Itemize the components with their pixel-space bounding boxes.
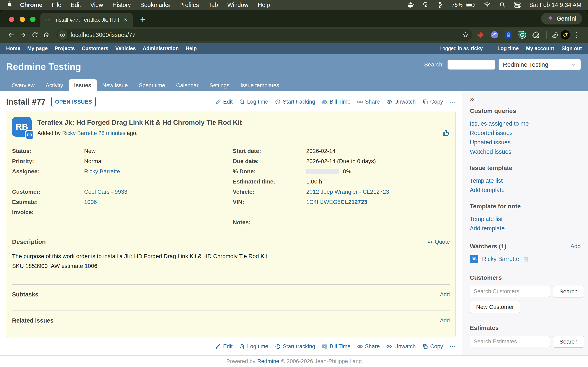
tab-issue-templates[interactable]: Issue templates xyxy=(235,79,285,91)
badge-status-icon[interactable] xyxy=(423,2,429,8)
menubar-item-chrome[interactable]: Chrome xyxy=(20,2,43,8)
more-actions-link[interactable]: ⋯ xyxy=(450,98,456,105)
tab-overview[interactable]: Overview xyxy=(6,79,40,91)
sidebar-link-reported-issues[interactable]: Reported issues xyxy=(470,128,581,138)
log-time-link[interactable]: Log time xyxy=(239,99,268,105)
sidebar-link-template-list[interactable]: Template list xyxy=(470,176,581,185)
browser-menu-kebab-icon[interactable]: ⋮ xyxy=(570,31,583,39)
docker-whale-icon[interactable] xyxy=(407,2,414,8)
project-jump-select[interactable]: Redmine Testing xyxy=(499,59,581,70)
added-time-link[interactable]: 28 minutes xyxy=(98,130,125,136)
attr-customer-link[interactable]: Cool Cars - 9933 xyxy=(84,189,127,195)
topmenu-home[interactable]: Home xyxy=(6,45,20,51)
attr-vin-link[interactable]: 1C4HJWEG8CL212723 xyxy=(306,199,367,205)
edit-link[interactable]: Edit xyxy=(215,99,233,105)
control-center-icon[interactable] xyxy=(514,2,521,8)
address-bar[interactable]: localhost:3000/issues/77 xyxy=(56,29,472,41)
sidebar-link-issues-assigned[interactable]: Issues assigned to me xyxy=(470,119,581,128)
battery-icon[interactable] xyxy=(466,2,475,7)
topmenu-administration[interactable]: Administration xyxy=(143,45,179,51)
sidebar-link-watched-issues[interactable]: Watched issues xyxy=(470,147,581,156)
tab-issues[interactable]: Issues xyxy=(69,79,97,91)
reload-icon[interactable] xyxy=(29,29,41,41)
search-estimates-button[interactable]: Search xyxy=(553,336,584,348)
tab-calendar[interactable]: Calendar xyxy=(171,79,204,91)
menubar-item-history[interactable]: History xyxy=(112,2,131,8)
add-subtask-link[interactable]: Add xyxy=(440,291,450,298)
author-link[interactable]: Ricky Barrette xyxy=(62,130,97,136)
topmenu-log-time[interactable]: Log time xyxy=(497,45,519,51)
extensions-puzzle-icon[interactable] xyxy=(532,30,541,39)
profile-avatar[interactable] xyxy=(561,30,570,40)
bill-time-link[interactable]: Bill Time xyxy=(322,99,351,105)
logged-in-user[interactable]: ricky xyxy=(471,45,483,51)
tab-close-icon[interactable]: × xyxy=(123,16,128,23)
bill-time-link[interactable]: Bill Time xyxy=(322,343,351,350)
sidebar-link-add-template[interactable]: Add template xyxy=(470,185,581,195)
search-customers-button[interactable]: Search xyxy=(553,286,584,298)
extension-purple-circle-icon[interactable] xyxy=(490,30,499,39)
new-tab-button[interactable]: + xyxy=(137,14,148,25)
topmenu-projects[interactable]: Projects xyxy=(55,45,75,51)
menubar-item-window[interactable]: Window xyxy=(227,2,248,8)
log-time-link[interactable]: Log time xyxy=(239,343,268,350)
maximize-window-button[interactable] xyxy=(30,17,35,22)
delete-watcher-icon[interactable] xyxy=(523,256,529,262)
add-related-issue-link[interactable]: Add xyxy=(440,317,450,324)
share-link[interactable]: Share xyxy=(357,99,380,105)
new-customer-button[interactable]: New Customer xyxy=(470,301,520,313)
bookmark-star-icon[interactable] xyxy=(462,32,469,38)
attr-vehicle-link[interactable]: 2012 Jeep Wrangler - CL212723 xyxy=(306,189,389,195)
site-info-icon[interactable] xyxy=(58,30,67,40)
share-link[interactable]: Share xyxy=(357,343,380,350)
start-tracking-link[interactable]: Start tracking xyxy=(275,343,315,350)
edit-link[interactable]: Edit xyxy=(215,343,233,350)
grammarly-icon[interactable] xyxy=(518,30,527,39)
browser-tab[interactable]: Install #77: Teraflex Jk: Hd Fo × xyxy=(40,13,133,27)
topmenu-vehicles[interactable]: Vehicles xyxy=(115,45,136,51)
home-icon[interactable] xyxy=(41,29,53,41)
topmenu-sign-out[interactable]: Sign out xyxy=(562,45,582,51)
copy-link[interactable]: Copy xyxy=(422,99,443,105)
topmenu-help[interactable]: Help xyxy=(186,45,197,51)
minimize-window-button[interactable] xyxy=(20,17,25,22)
apple-logo-icon[interactable] xyxy=(7,1,12,9)
url-text[interactable]: localhost:3000/issues/77 xyxy=(71,32,462,38)
unwatch-link[interactable]: Unwatch xyxy=(386,343,416,350)
more-actions-link[interactable]: ⋯ xyxy=(450,343,456,350)
attr-estimate-link[interactable]: 1006 xyxy=(84,199,97,205)
gemini-button[interactable]: Gemini xyxy=(541,13,582,25)
extension-red-icon[interactable] xyxy=(476,30,485,39)
wifi-icon[interactable] xyxy=(484,2,491,8)
search-customers-input[interactable] xyxy=(470,286,550,297)
sidebar-link-note-add-template[interactable]: Add template xyxy=(470,224,581,233)
search-input[interactable] xyxy=(448,60,495,69)
menubar-item-bookmarks[interactable]: Bookmarks xyxy=(140,2,170,8)
spotlight-search-icon[interactable] xyxy=(499,2,506,8)
tab-spent-time[interactable]: Spent time xyxy=(133,79,171,91)
attr-assignee-link[interactable]: Ricky Barrette xyxy=(84,168,120,175)
menubar-item-edit[interactable]: Edit xyxy=(71,2,81,8)
extension-lock-icon[interactable] xyxy=(504,30,513,39)
menubar-item-tab[interactable]: Tab xyxy=(208,2,218,8)
topmenu-my-page[interactable]: My page xyxy=(27,45,48,51)
menubar-item-file[interactable]: File xyxy=(52,2,61,8)
thumbs-up-icon[interactable] xyxy=(442,129,450,137)
topmenu-customers[interactable]: Customers xyxy=(82,45,108,51)
menubar-clock[interactable]: Sat Feb 14 9:34 AM xyxy=(529,2,581,8)
sidebar-link-updated-issues[interactable]: Updated issues xyxy=(470,138,581,147)
search-estimates-input[interactable] xyxy=(470,336,550,347)
open-issues-badge[interactable]: OPEN ISSUES xyxy=(51,97,96,107)
topmenu-my-account[interactable]: My account xyxy=(526,45,554,51)
tab-new-issue[interactable]: New issue xyxy=(97,79,133,91)
menubar-item-view[interactable]: View xyxy=(90,2,103,8)
forward-icon[interactable] xyxy=(17,29,29,41)
tab-activity[interactable]: Activity xyxy=(40,79,69,91)
sidebar-link-note-template-list[interactable]: Template list xyxy=(470,214,581,224)
menubar-item-profiles[interactable]: Profiles xyxy=(179,2,199,8)
menubar-item-help[interactable]: Help xyxy=(258,2,270,8)
start-tracking-link[interactable]: Start tracking xyxy=(275,99,315,105)
unwatch-link[interactable]: Unwatch xyxy=(386,99,416,105)
copy-link[interactable]: Copy xyxy=(422,343,443,350)
close-window-button[interactable] xyxy=(9,17,14,22)
